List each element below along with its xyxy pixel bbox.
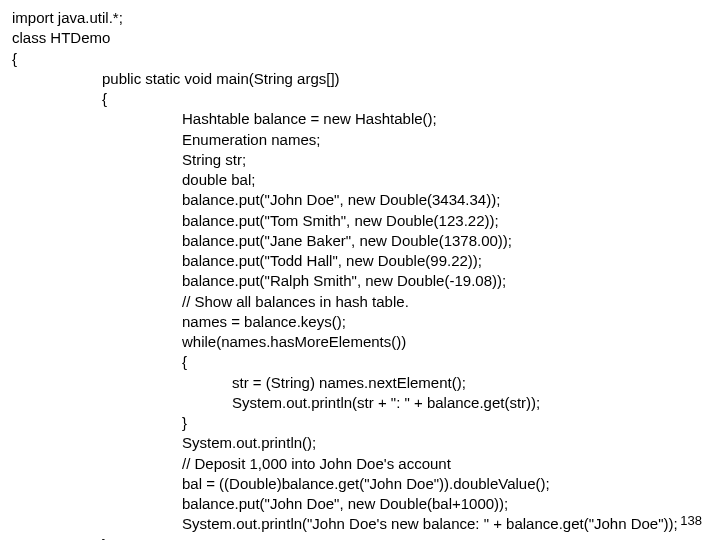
page-number: 138 [680,512,702,530]
code-line: // Deposit 1,000 into John Doe's account [12,454,708,474]
code-line: { [12,89,708,109]
code-line: Enumeration names; [12,130,708,150]
code-line: String str; [12,150,708,170]
code-line: System.out.println("John Doe's new balan… [12,514,708,534]
code-line: { [12,352,708,372]
code-line: class HTDemo [12,28,708,48]
code-line: balance.put("John Doe", new Double(3434.… [12,190,708,210]
code-line: System.out.println(); [12,433,708,453]
code-line: str = (String) names.nextElement(); [12,373,708,393]
code-line: balance.put("Jane Baker", new Double(137… [12,231,708,251]
code-line: } [12,535,708,541]
code-line: Hashtable balance = new Hashtable(); [12,109,708,129]
code-line: bal = ((Double)balance.get("John Doe")).… [12,474,708,494]
code-line: public static void main(String args[]) [12,69,708,89]
code-line: // Show all balances in hash table. [12,292,708,312]
code-line: names = balance.keys(); [12,312,708,332]
code-line: double bal; [12,170,708,190]
code-line: balance.put("Todd Hall", new Double(99.2… [12,251,708,271]
code-line: System.out.println(str + ": " + balance.… [12,393,708,413]
code-line: balance.put("Tom Smith", new Double(123.… [12,211,708,231]
code-line: } [12,413,708,433]
code-line: while(names.hasMoreElements()) [12,332,708,352]
code-line: { [12,49,708,69]
code-line: balance.put("John Doe", new Double(bal+1… [12,494,708,514]
code-line: import java.util.*; [12,8,708,28]
code-line: balance.put("Ralph Smith", new Double(-1… [12,271,708,291]
